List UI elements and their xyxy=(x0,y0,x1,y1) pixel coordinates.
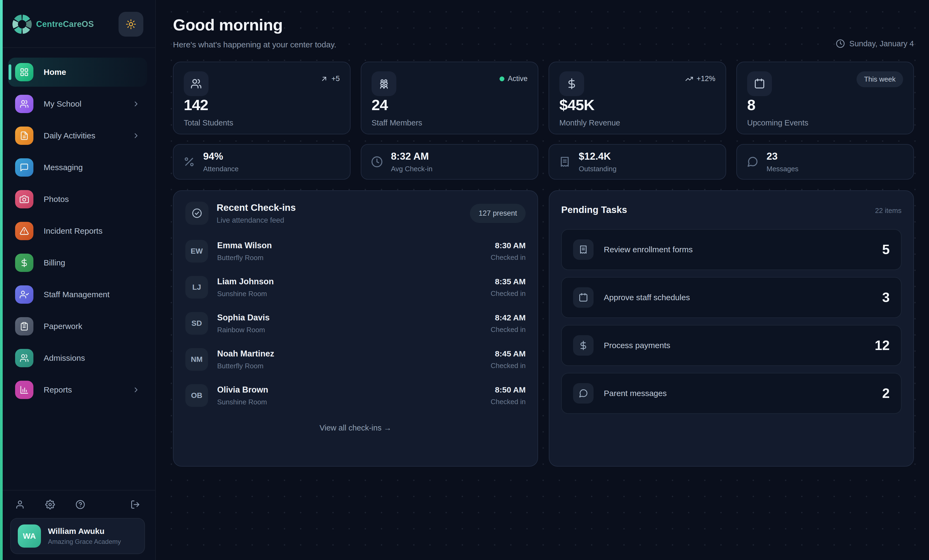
sidebar-item-label: Incident Reports xyxy=(44,226,103,236)
settings-icon[interactable] xyxy=(45,500,55,510)
room-name: Sunshine Room xyxy=(217,290,274,298)
avatar: SD xyxy=(185,312,208,335)
staff-icon xyxy=(371,71,396,96)
trend-indicator: +5 xyxy=(320,75,340,83)
task-label: Process payments xyxy=(604,341,670,350)
user-name: William Awuku xyxy=(48,526,121,536)
task-label: Parent messages xyxy=(604,389,667,398)
recent-checkins-panel: Recent Check-ins Live attendance feed 12… xyxy=(173,190,538,467)
task-row-approve-staff-schedules[interactable]: Approve staff schedules3 xyxy=(561,277,901,318)
checkin-row-olivia-brown[interactable]: OBOlivia BrownSunshine Room8:50 AMChecke… xyxy=(185,384,526,407)
sidebar-item-billing[interactable]: Billing xyxy=(8,248,147,277)
main-header: Good morning Here's what's happening at … xyxy=(173,15,914,49)
tasks-header: Pending Tasks 22 items xyxy=(561,202,901,215)
checkin-row-sophia-davis[interactable]: SDSophia DavisRainbow Room8:42 AMChecked… xyxy=(185,312,526,335)
checkin-time: 8:42 AM xyxy=(491,313,526,322)
dollar-icon xyxy=(573,335,593,356)
stat-card-total-students: +5142Total Students xyxy=(173,62,351,134)
file-text-icon xyxy=(15,127,34,145)
avatar: NM xyxy=(185,348,208,371)
sidebar-item-paperwork[interactable]: Paperwork xyxy=(8,312,147,341)
period-badge: This week xyxy=(857,71,903,87)
clipboard-icon xyxy=(15,317,34,335)
checkin-status: Checked in xyxy=(491,289,526,298)
checkin-row-liam-johnson[interactable]: LJLiam JohnsonSunshine Room8:35 AMChecke… xyxy=(185,276,526,298)
calendar-icon xyxy=(747,71,772,96)
sidebar-item-photos[interactable]: Photos xyxy=(8,185,147,214)
sidebar-item-home[interactable]: Home xyxy=(8,58,147,87)
sidebar-item-label: Daily Activities xyxy=(44,131,95,140)
page-subtitle: Here's what's happening at your center t… xyxy=(173,40,336,49)
log-out-icon[interactable] xyxy=(130,500,140,510)
dollar-icon xyxy=(560,71,584,96)
sidebar-item-messaging[interactable]: Messaging xyxy=(8,153,147,182)
view-all-checkins-link[interactable]: View all check-ins → xyxy=(185,424,526,432)
dollar-icon xyxy=(15,254,34,272)
avatar: EW xyxy=(185,240,208,263)
tasks-count: 22 items xyxy=(875,207,901,215)
sidebar-item-label: Billing xyxy=(44,258,65,267)
checkin-status: Checked in xyxy=(491,398,526,406)
receipt-icon xyxy=(559,156,571,168)
calendar-icon xyxy=(573,287,593,308)
clock-icon xyxy=(836,39,845,48)
trend-indicator: +12% xyxy=(685,75,715,83)
stat-label: Upcoming Events xyxy=(747,118,903,129)
sun-icon xyxy=(126,19,136,29)
task-row-process-payments[interactable]: Process payments12 xyxy=(561,325,901,366)
date-text: Sunday, January 4 xyxy=(849,39,914,48)
sidebar-item-label: Staff Management xyxy=(44,290,110,299)
check-circle-icon xyxy=(185,202,208,225)
receipt-icon xyxy=(573,239,593,260)
student-name: Olivia Brown xyxy=(217,385,268,395)
mini-stat-messages: 23Messages xyxy=(736,144,914,180)
sidebar-item-staff-management[interactable]: Staff Management xyxy=(8,280,147,309)
chevron-right-icon xyxy=(132,132,140,140)
checkin-row-emma-wilson[interactable]: EWEmma WilsonButterfly Room8:30 AMChecke… xyxy=(185,240,526,263)
user-icon[interactable] xyxy=(15,500,25,510)
status-indicator: Active xyxy=(500,75,527,83)
sidebar-accent-strip xyxy=(0,0,3,560)
stat-value: $45K xyxy=(560,96,715,113)
primary-stats-row: +5142Total StudentsActive24Staff Members… xyxy=(173,62,914,134)
task-row-parent-messages[interactable]: Parent messages2 xyxy=(561,373,901,414)
mini-stat-avg-check-in: 8:32 AMAvg Check-in xyxy=(361,144,538,180)
app-title: CentreCareOS xyxy=(36,19,94,29)
checkin-row-noah-martinez[interactable]: NMNoah MartinezButterfly Room8:45 AMChec… xyxy=(185,348,526,371)
user-organization: Amazing Grace Academy xyxy=(48,538,121,545)
sidebar-item-daily-activities[interactable]: Daily Activities xyxy=(8,121,147,150)
help-circle-icon[interactable] xyxy=(75,500,85,510)
present-count-badge: 127 present xyxy=(470,204,526,223)
sidebar-item-admissions[interactable]: Admissions xyxy=(8,344,147,373)
stat-card-staff-members: Active24Staff Members xyxy=(361,62,538,134)
mini-stat-label: Messages xyxy=(767,165,799,173)
users-icon xyxy=(15,349,34,367)
user-check-icon xyxy=(15,285,34,304)
chat-icon xyxy=(747,156,759,168)
mini-stat-label: Outstanding xyxy=(579,165,616,173)
mini-stat-attendance: 94%Attendance xyxy=(173,144,351,180)
main-content: Good morning Here's what's happening at … xyxy=(156,0,929,560)
sidebar-item-label: My School xyxy=(44,99,81,109)
arrow-up-right-icon xyxy=(320,75,328,83)
active-dot-icon xyxy=(500,77,504,81)
task-count: 3 xyxy=(882,290,890,305)
stat-value: 142 xyxy=(184,96,340,113)
room-name: Butterfly Room xyxy=(217,254,272,262)
mini-stat-label: Attendance xyxy=(203,165,239,173)
sidebar-item-label: Messaging xyxy=(44,163,83,172)
avatar: LJ xyxy=(185,276,208,298)
room-name: Butterfly Room xyxy=(217,362,274,370)
sidebar-item-incident-reports[interactable]: Incident Reports xyxy=(8,216,147,246)
task-count: 12 xyxy=(875,338,890,353)
mini-stat-value: $12.4K xyxy=(579,151,616,162)
sidebar-item-my-school[interactable]: My School xyxy=(8,89,147,118)
user-card[interactable]: WA William Awuku Amazing Grace Academy xyxy=(10,518,145,554)
sidebar-item-reports[interactable]: Reports xyxy=(8,375,147,404)
task-row-review-enrollment-forms[interactable]: Review enrollment forms5 xyxy=(561,229,901,270)
checkin-status: Checked in xyxy=(491,361,526,370)
student-name: Noah Martinez xyxy=(217,349,274,359)
secondary-stats-row: 94%Attendance8:32 AMAvg Check-in$12.4KOu… xyxy=(173,144,914,180)
checkins-header: Recent Check-ins Live attendance feed 12… xyxy=(185,202,526,225)
theme-toggle-button[interactable] xyxy=(118,12,143,37)
